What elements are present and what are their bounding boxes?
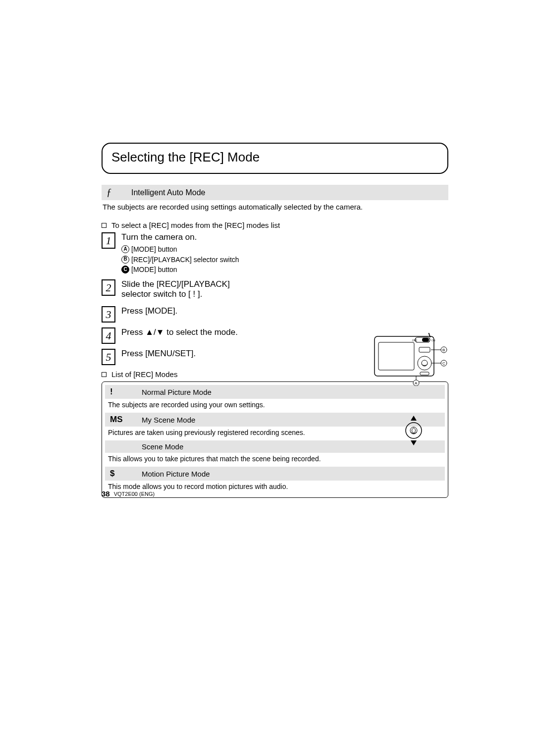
mode-motion-heading: $ Motion Picture Mode (105, 467, 445, 481)
mode-motion-desc: This mode allows you to record motion pi… (105, 481, 445, 494)
step-3-title: Press [MODE]. (121, 306, 448, 316)
step-3: 3 Press [MODE]. (102, 306, 448, 323)
page-number: 38 (102, 489, 110, 498)
mode-normal-name: Normal Picture Mode (142, 388, 212, 396)
label-a: A (415, 381, 418, 385)
svg-point-18 (406, 423, 422, 438)
mode-myscene-desc: Pictures are taken using previously regi… (105, 427, 445, 440)
step-5-number: 5 (102, 349, 115, 365)
mode-normal-desc: The subjects are recorded using your own… (105, 399, 445, 413)
label-c: C (442, 361, 445, 366)
marker-c-icon: C (121, 266, 129, 273)
step-2-number: 2 (102, 279, 115, 296)
marker-a-text: [MODE] button (131, 244, 177, 254)
camera-svg: OFF ON B C (372, 331, 451, 386)
intelligent-auto-heading: ƒ Intelligent Auto Mode (102, 185, 448, 200)
marker-b-icon: B (121, 256, 129, 264)
svg-marker-16 (411, 416, 417, 421)
square-bullet-icon (102, 372, 107, 377)
step-4-number: 4 (102, 327, 115, 344)
svg-marker-17 (411, 440, 417, 445)
svg-point-20 (412, 428, 416, 433)
arrowpad-svg (399, 416, 428, 445)
on-label: ON (431, 339, 435, 342)
page-footer: 38 VQT2E00 (ENG) (102, 489, 155, 498)
mode-scene-name: Scene Mode (142, 442, 183, 451)
ia-description: The subjects are recorded using settings… (102, 200, 448, 217)
title-box: Selecting the [REC] Mode (102, 143, 448, 174)
page-title: Selecting the [REC] Mode (111, 150, 260, 164)
mode-myscene-name: My Scene Mode (142, 416, 195, 424)
marker-a-icon: A (121, 245, 129, 253)
mode-normal-heading: ! Normal Picture Mode (105, 385, 445, 399)
step-1-title: Turn the camera on. (121, 232, 448, 242)
label-b: B (442, 348, 445, 352)
marker-b-text: [REC]/[PLAYBACK] selector switch (131, 255, 239, 265)
mode-myscene-icon: MS (110, 415, 127, 425)
square-bullet-icon (102, 223, 107, 228)
marker-c-text: [MODE] button (131, 265, 177, 274)
step-2-title-b: selector switch to [ ! ]. (121, 289, 448, 299)
content-area: Selecting the [REC] Mode ƒ Intelligent A… (102, 143, 448, 498)
svg-point-8 (422, 360, 428, 366)
to-select-heading: To select a [REC] modes from the [REC] m… (102, 221, 448, 229)
modes-list: ! Normal Picture Mode The subjects are r… (102, 381, 448, 498)
mode-scene-heading: Scene Mode (105, 440, 445, 453)
mode-scene-desc: This allows you to take pictures that ma… (105, 453, 445, 467)
svg-rect-6 (419, 347, 430, 352)
step-2: 2 Slide the [REC]/[PLAYBACK] selector sw… (102, 279, 448, 301)
to-select-text: To select a [REC] modes from the [REC] m… (111, 221, 280, 229)
svg-point-7 (418, 356, 431, 370)
step-1-sub-b: B [REC]/[PLAYBACK] selector switch (121, 255, 448, 265)
model-code: VQT2E00 (ENG) (114, 491, 155, 497)
step-2-body: Slide the [REC]/[PLAYBACK] selector swit… (121, 279, 448, 301)
step-1: 1 Turn the camera on. A [MODE] button B … (102, 232, 448, 274)
steps-block: OFF ON B C (102, 232, 448, 365)
step-1-number: 1 (102, 232, 115, 249)
step-1-sub-c: C [MODE] button (121, 265, 448, 274)
list-heading-text: List of [REC] Modes (111, 370, 177, 378)
step-3-number: 3 (102, 306, 115, 323)
svg-rect-3 (422, 338, 429, 342)
page: Selecting the [REC] Mode ƒ Intelligent A… (0, 0, 535, 756)
off-label: OFF (412, 339, 417, 342)
arrow-pad-diagram (399, 416, 428, 445)
mode-normal-icon: ! (110, 387, 127, 397)
mode-motion-name: Motion Picture Mode (142, 470, 210, 478)
svg-rect-1 (378, 342, 414, 370)
ia-icon: ƒ (107, 187, 116, 198)
step-1-body: Turn the camera on. A [MODE] button B [R… (121, 232, 448, 274)
step-1-sub-a: A [MODE] button (121, 244, 448, 254)
camera-diagram: OFF ON B C (372, 331, 451, 386)
ia-label: Intelligent Auto Mode (131, 188, 205, 197)
mode-myscene-heading: MS My Scene Mode (105, 413, 445, 427)
svg-rect-9 (420, 372, 429, 375)
mode-motion-icon: $ (110, 469, 127, 479)
step-2-title-a: Slide the [REC]/[PLAYBACK] (121, 279, 448, 289)
